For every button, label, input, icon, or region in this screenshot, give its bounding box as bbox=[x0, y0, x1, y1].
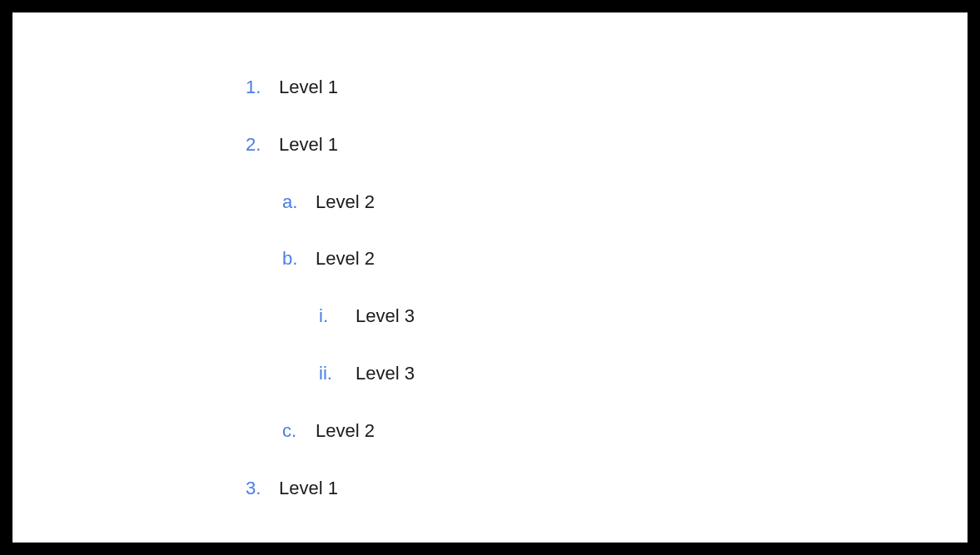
list-marker: b. bbox=[282, 246, 316, 272]
list-marker: 2. bbox=[246, 132, 279, 158]
list-marker: ii. bbox=[319, 361, 356, 387]
list-label: Level 2 bbox=[316, 190, 375, 216]
list-item: a. Level 2 bbox=[282, 190, 968, 216]
list-label: Level 3 bbox=[356, 304, 415, 330]
list-label: Level 1 bbox=[279, 75, 338, 101]
document-page: 1. Level 1 2. Level 1 a. Level 2 b. Leve… bbox=[12, 12, 968, 543]
list-label: Level 1 bbox=[279, 476, 338, 502]
list-label: Level 2 bbox=[316, 419, 375, 444]
list-marker: a. bbox=[282, 190, 316, 216]
list-label: Level 2 bbox=[316, 246, 375, 272]
list-label: Level 1 bbox=[279, 132, 338, 158]
list-item: b. Level 2 bbox=[282, 246, 968, 272]
list-marker: i. bbox=[319, 304, 356, 330]
list-item: 2. Level 1 bbox=[246, 132, 968, 158]
list-item: ii. Level 3 bbox=[319, 361, 968, 387]
list-item: i. Level 3 bbox=[319, 304, 968, 330]
list-item: c. Level 2 bbox=[282, 419, 968, 444]
list-marker: 3. bbox=[246, 476, 279, 502]
list-item: 1. Level 1 bbox=[246, 75, 968, 101]
list-marker: c. bbox=[282, 419, 316, 444]
list-marker: 1. bbox=[246, 75, 279, 101]
list-item: 3. Level 1 bbox=[246, 476, 968, 502]
list-label: Level 3 bbox=[356, 361, 415, 387]
